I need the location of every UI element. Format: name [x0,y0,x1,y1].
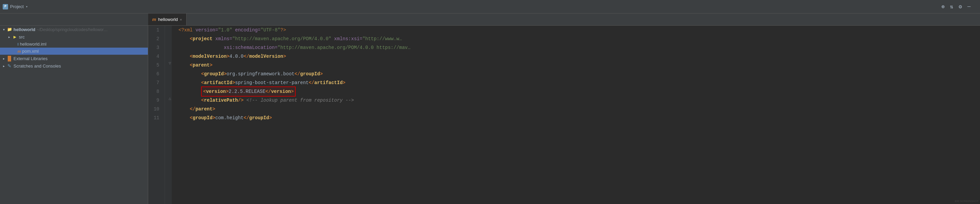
sidebar-label-src: src [19,34,25,40]
code-l2-tag: project [192,34,213,43]
code-line-6: <groupId> org.springframework.boot </gro… [178,69,980,78]
code-l7-b4: > [342,78,345,87]
code-line-8: <version>2.2.5.RELEASE</version> [178,87,980,96]
code-l5-tag: parent [192,61,210,69]
code-l4-b4: > [283,52,286,61]
code-area: 1 2 3 4 5 6 7 8 9 10 11 ▽ △ <?x [148,26,980,204]
project-icon: P [3,4,8,10]
code-content[interactable]: <?xml version="1.0" encoding="UTF-8" ?> … [172,26,980,204]
code-l7-indent [178,78,201,87]
code-l4-indent [178,52,190,61]
minimize-icon[interactable]: — [967,4,970,10]
title-bar-left: P Project ▾ [3,4,77,10]
code-l11-text: com.height [215,114,243,122]
sidebar-label-scratches-consoles: Scratches and Consoles [13,64,61,69]
title-bar: P Project ▾ ⊕ ⇅ ⚙ — [0,0,980,13]
code-l2-attr2: xmlns:xsi= [331,34,363,43]
code-l9-comment: <!-- lookup parent from repository --> [243,96,354,105]
arrow-src [7,34,11,39]
sidebar-item-helloworld-iml[interactable]: I helloworld.iml [0,40,148,48]
code-line-11: <groupId> com.height </groupId> [178,114,980,122]
code-l6-b2: > [224,69,226,78]
code-l8-text: 2.2.5.RELEASE [229,89,266,94]
sidebar-item-scratches-consoles[interactable]: ✎ Scratches and Consoles [0,62,148,69]
code-l2-val2: "http://www.w… [363,34,402,43]
code-l8-tag1: version [206,89,226,94]
title-bar-controls: ⊕ ⇅ ⚙ — [941,3,970,10]
gutter: ▽ △ [165,26,172,204]
code-line-9: <relativePath/> <!-- lookup parent from … [178,96,980,105]
code-l2-attr1: xmlns= [213,34,232,43]
code-l4-b1: < [190,52,192,61]
line-number-11: 11 [148,114,162,122]
tab-close-button[interactable]: × [180,18,182,22]
code-l6-indent [178,69,201,78]
line-number-9: 9 [148,96,162,105]
library-icon: ▐▌ [7,56,12,61]
sidebar-label-pom-xml: pom.xml [22,49,39,54]
code-l11-tag1: groupId [192,114,213,122]
line-numbers: 1 2 3 4 5 6 7 8 9 10 11 [148,26,165,204]
sidebar-label-helloworld: helloworld ~/Desktop/springcloudcodes/he… [13,27,108,32]
code-l2-val1: "http://maven.apache.org/POM/4.0.0" [232,34,331,43]
code-l7-tag1: artifactId [204,78,232,87]
tab-bar: m helloworld × [0,13,980,26]
scratches-icon: ✎ [7,63,12,69]
code-l6-tag2: groupId [300,69,320,78]
code-l8-tag2: version [271,89,291,94]
line-number-7: 7 [148,78,162,87]
code-l4-b2: > [227,52,229,61]
code-l7-b3: </ [309,78,314,87]
code-l8-b2: > [226,89,228,94]
code-l3-val: "http://maven.apache.org/POM/4.0.0 https… [277,43,410,52]
title-bar-title: Project [10,4,24,9]
sidebar-label-helloworld-iml: helloworld.iml [20,42,46,47]
code-l8-indent [178,87,201,96]
editor: 1 2 3 4 5 6 7 8 9 10 11 ▽ △ <?x [148,26,980,204]
sidebar-item-src[interactable]: ▶ src [0,33,148,40]
project-dropdown-arrow[interactable]: ▾ [25,5,28,9]
code-line-7: <artifactId> spring-boot-starter-parent … [178,78,980,87]
code-l6-text: org.springframework.boot [227,69,295,78]
sidebar-item-pom-xml[interactable]: m pom.xml [0,48,148,55]
code-l3-attr: xsi:schemaLocation= [178,43,277,52]
code-l11-b4: > [269,114,272,122]
gutter-fold-5[interactable]: ▽ [169,61,171,66]
code-line-3: xsi:schemaLocation="http://maven.apache.… [178,43,980,52]
code-l9-b2: /> [238,96,243,105]
code-l4-tag1: modelVersion [192,52,227,61]
code-l10-tag: parent [195,105,212,114]
code-l5-b2: > [210,61,212,69]
arrow-external-libraries [2,56,6,61]
main-content: helloworld ~/Desktop/springcloudcodes/he… [0,26,980,204]
code-l4-tag2: modelVersion [249,52,283,61]
folder-icon-src: ▶ [12,34,18,40]
code-l11-tag2: groupId [249,114,269,122]
code-pi-open: <?xml [178,26,192,34]
line-number-10: 10 [148,105,162,114]
code-l11-b3: </ [243,114,249,122]
code-l6-b3: </ [294,69,300,78]
sidebar-item-helloworld[interactable]: helloworld ~/Desktop/springcloudcodes/he… [0,26,148,33]
gutter-fold-9[interactable]: △ [169,96,171,101]
add-module-icon[interactable]: ⊕ [941,3,945,10]
code-l2-bracket1: < [178,34,192,43]
code-l6-b4: > [320,69,323,78]
line-number-4: 4 [148,52,162,61]
settings-icon[interactable]: ⚙ [959,3,962,10]
tab-pom-xml[interactable]: m helloworld × [148,13,186,25]
pom-file-sidebar-icon: m [18,49,21,53]
code-l8-b3: </ [266,89,271,94]
code-l5-indent [178,61,190,69]
sync-icon[interactable]: ⇅ [950,3,953,10]
code-l4-b3: </ [243,52,249,61]
code-l8-b1: < [203,89,206,94]
line-number-1: 1 [148,26,162,34]
arrow-scratches-consoles [2,64,6,68]
code-l7-tag2: artifactId [314,78,342,87]
sidebar-label-external-libraries: External Libraries [13,56,48,61]
watermark: IDE SCREENSHOT [955,199,978,202]
sidebar-item-external-libraries[interactable]: ▐▌ External Libraries [0,55,148,62]
code-pi-val1: "1.0" [218,26,232,34]
code-l8-highlighted: <version>2.2.5.RELEASE</version> [201,87,296,96]
